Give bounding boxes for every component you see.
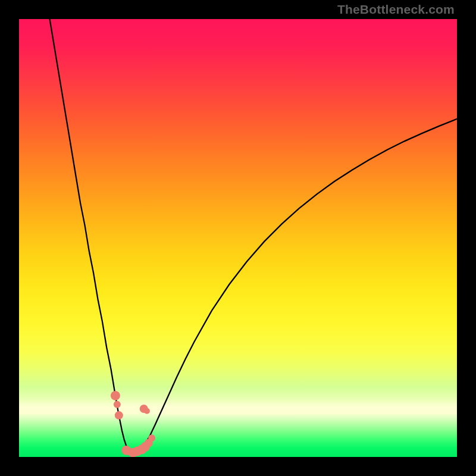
data-marker — [115, 411, 123, 419]
curve-layer — [19, 19, 457, 457]
data-marker — [114, 401, 121, 408]
chart-frame: TheBottleneck.com — [0, 0, 476, 476]
watermark-text: TheBottleneck.com — [337, 2, 455, 17]
data-marker — [144, 408, 150, 414]
bottleneck-curve — [50, 19, 457, 456]
plot-area — [19, 19, 457, 457]
data-markers — [111, 391, 155, 457]
data-marker — [111, 391, 120, 400]
data-marker — [148, 434, 155, 441]
